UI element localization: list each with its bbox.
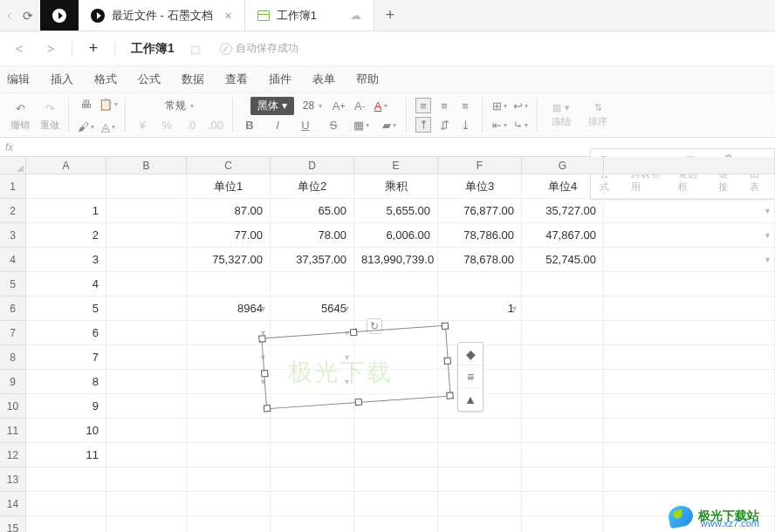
decrease-font-icon[interactable]: A- [352,98,367,113]
font-color-icon[interactable]: A [373,98,388,113]
cell[interactable]: 单位2 [271,174,354,199]
increase-decimal-icon[interactable]: .00 [208,117,223,133]
decrease-decimal-icon[interactable]: .0 [183,117,199,133]
menu-format[interactable]: 格式 [94,72,117,87]
cell[interactable] [522,272,604,297]
cell[interactable] [187,394,271,419]
browser-tab-workbook[interactable]: 工作簿1 ☁ [245,0,374,31]
number-format-select[interactable]: 常规 [161,97,197,115]
cell[interactable]: 47,867.00 [522,223,604,248]
resize-handle[interactable] [443,357,451,365]
row-header[interactable]: 7 [0,321,26,345]
cell[interactable] [604,345,775,370]
cell[interactable] [522,516,604,532]
cell[interactable] [271,443,354,467]
menu-help[interactable]: 帮助 [356,72,379,87]
col-header[interactable]: G [522,157,604,174]
resize-handle[interactable] [442,323,449,331]
close-icon[interactable]: × [225,9,232,23]
strike-icon[interactable]: S [326,117,341,133]
increase-font-icon[interactable]: A+ [331,98,346,113]
cell[interactable] [187,467,271,492]
sort-icon[interactable]: ⇅ [594,102,602,113]
cell[interactable]: 8964▼ [187,297,271,321]
cell[interactable]: ▼ [187,345,271,370]
cell[interactable]: 76,877.00 [438,199,522,223]
cell[interactable]: 2 [26,223,106,248]
col-header[interactable]: D [271,157,354,174]
col-header[interactable]: C [187,157,271,174]
resize-handle[interactable] [258,335,266,343]
resize-handle[interactable] [446,392,454,399]
cell[interactable]: ▼ [604,248,775,272]
cell[interactable] [604,321,775,345]
valign-bottom-icon[interactable]: ⤓ [457,117,473,133]
back-icon[interactable]: ‹ [7,6,12,24]
cell[interactable]: 10 [26,419,106,443]
reload-icon[interactable]: ⟳ [23,9,33,23]
bold-icon[interactable]: B [242,117,257,133]
cell[interactable]: 9 [26,394,106,419]
col-header[interactable]: F [438,157,522,174]
cell[interactable] [604,174,775,199]
cell[interactable] [354,419,438,443]
cell[interactable] [438,467,522,492]
cell[interactable] [354,443,438,467]
cell[interactable]: 813,990,739.0 [354,248,438,272]
row-header[interactable]: 2 [0,199,26,223]
format-painter-icon[interactable]: 🖌 [78,119,93,134]
cell[interactable] [522,321,604,345]
menu-view[interactable]: 查看 [225,72,248,87]
cell[interactable] [106,199,187,223]
cell[interactable] [354,516,438,532]
cell[interactable]: 5,655.00 [354,199,438,223]
cell[interactable] [106,248,187,272]
select-all-corner[interactable] [0,157,26,174]
cell[interactable] [354,297,438,321]
menu-insert[interactable]: 插入 [51,72,73,87]
cell[interactable] [106,297,187,321]
cell[interactable] [106,321,187,345]
bookmark-icon[interactable]: ◻ [190,42,201,56]
cell[interactable] [438,443,522,467]
align-center-icon[interactable]: ≡ [436,98,452,113]
cell[interactable] [604,297,775,321]
resize-handle[interactable] [350,329,358,337]
add-button[interactable]: + [83,38,104,59]
cell[interactable] [438,492,522,516]
row-header[interactable]: 8 [0,345,26,370]
cell[interactable]: 5 [26,297,106,321]
cell[interactable] [522,345,604,370]
col-header[interactable]: A [26,157,106,174]
cell[interactable] [106,345,187,370]
freeze-icon[interactable]: ▥ ▾ [552,102,569,113]
nav-back-icon[interactable]: < [9,38,30,59]
browser-tab-active[interactable] [40,0,79,31]
col-header[interactable] [604,157,775,174]
cell[interactable]: 11 [26,443,106,467]
cell[interactable] [271,272,354,297]
cell[interactable] [604,394,775,419]
resize-handle[interactable] [261,370,269,378]
dropdown-icon[interactable]: ▼ [343,297,351,321]
cell[interactable]: 6 [26,321,106,345]
cell[interactable] [522,394,604,419]
row-header[interactable]: 1 [0,174,26,199]
row-header[interactable]: 3 [0,223,26,248]
cell[interactable] [187,516,271,532]
cell[interactable]: 1▼ [438,297,522,321]
dropdown-icon[interactable]: ▼ [764,248,772,272]
cell[interactable] [271,419,354,443]
row-header[interactable]: 13 [0,467,26,492]
cell[interactable] [522,370,604,394]
floating-textbox[interactable] [261,325,450,410]
cell[interactable]: 单位4 [522,174,604,199]
cell[interactable] [271,467,354,492]
cell[interactable]: 单位3 [438,174,522,199]
cell[interactable] [604,272,775,297]
row-header[interactable]: 11 [0,419,26,443]
cell[interactable]: 37,357.00 [271,248,354,272]
redo-icon[interactable]: ↷ [42,101,58,117]
cell[interactable] [106,467,187,492]
cell[interactable]: 65.00 [271,199,354,223]
